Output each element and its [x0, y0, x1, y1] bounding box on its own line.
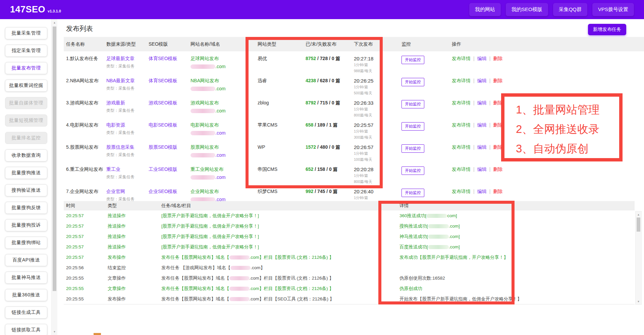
source-type-label: 类型：采集任务	[106, 86, 149, 91]
blurred-domain	[428, 245, 449, 249]
sidebar-item[interactable]: 批量搜狗投诉	[5, 219, 47, 231]
top-nav-button[interactable]: 我的网站	[469, 3, 501, 16]
edit-link[interactable]: 编辑	[477, 100, 487, 105]
seo-template-link[interactable]: 股票SEO模版	[149, 144, 177, 150]
seo-template-link[interactable]: 电影SEO模板	[149, 122, 177, 128]
sidebar-item[interactable]: 批量搜狗推送	[5, 167, 47, 179]
bottom-artifact	[94, 333, 101, 335]
delete-link[interactable]: 删除	[493, 78, 502, 83]
blurred-domain	[191, 131, 215, 135]
sidebar-scroll-thumb[interactable]	[53, 27, 56, 291]
start-monitor-button[interactable]: 开始监控	[401, 122, 424, 131]
publish-detail-link[interactable]: 发布详情	[452, 78, 471, 83]
log-time: 20:25:55	[66, 276, 108, 281]
scroll-down-icon[interactable]: ▼	[636, 299, 641, 304]
site-name-link[interactable]: 电影网站发布	[191, 122, 258, 128]
start-monitor-button[interactable]: 开始监控	[401, 166, 424, 175]
separator: |	[473, 56, 475, 61]
scroll-down-icon[interactable]: ▼	[52, 329, 57, 334]
publish-detail-link[interactable]: 发布详情	[452, 189, 471, 194]
next-publish-time: 20:26:57	[354, 144, 401, 150]
separator: |	[489, 100, 491, 105]
sidebar-item[interactable]: 批量短视频管理	[5, 114, 47, 127]
blurred-domain	[229, 255, 250, 259]
sidebar-item[interactable]: 批量360推送	[5, 289, 47, 301]
sidebar-item[interactable]: 指定采集管理	[5, 45, 47, 57]
publish-detail-link[interactable]: 发布详情	[452, 166, 471, 172]
source-link[interactable]: 重工业	[106, 166, 149, 173]
source-link[interactable]: 股票信息采集	[106, 144, 149, 150]
site-name-link[interactable]: 企业网站发布	[191, 189, 258, 195]
published-count: 4238	[306, 78, 316, 83]
sidebar-item[interactable]: 批量发布管理	[5, 62, 47, 74]
separator: |	[473, 189, 475, 194]
source-link[interactable]: NBA最新文章	[106, 78, 149, 84]
sidebar-item[interactable]: 链接生成工具	[5, 306, 47, 319]
separator: |	[489, 166, 491, 172]
start-monitor-button[interactable]: 开始监控	[401, 56, 424, 64]
sidebar-item[interactable]: 搜狗验证推送	[5, 184, 47, 196]
log-scroll-thumb[interactable]	[637, 218, 640, 232]
top-nav-button[interactable]: 我的SEO模版	[506, 3, 548, 16]
log-time: 20:25:57	[66, 255, 108, 260]
seo-template-link[interactable]: 体育SEO模板	[149, 78, 177, 83]
sidebar-item[interactable]: 链接抓取工具	[5, 324, 47, 335]
seo-template-link[interactable]: 企业SEO模板	[149, 189, 177, 194]
publish-detail-link[interactable]: 发布详情	[452, 56, 471, 61]
seo-template-link[interactable]: 游戏SEO模板	[149, 100, 177, 105]
sidebar-scrollbar[interactable]: ▲ ▼	[51, 19, 57, 335]
log-scrollbar[interactable]: ▲ ▼	[635, 211, 642, 305]
site-name-link[interactable]: 游戏网站发布	[191, 100, 258, 106]
delete-link[interactable]: 删除	[493, 166, 502, 172]
top-nav-button[interactable]: VPS拨号设置	[592, 3, 634, 16]
sidebar-item[interactable]: 百度API推送	[5, 254, 47, 266]
publish-detail-link[interactable]: 发布详情	[452, 144, 471, 150]
log-type: 推送操作	[108, 244, 161, 250]
edit-link[interactable]: 编辑	[477, 78, 487, 83]
site-name-link[interactable]: 足球网站发布	[191, 56, 258, 62]
blurred-domain	[426, 214, 447, 218]
sidebar-item[interactable]: 批量权重词挖掘	[5, 80, 47, 92]
source-link[interactable]: 足球最新文章	[106, 56, 149, 62]
start-monitor-button[interactable]: 开始监控	[401, 78, 424, 86]
column-header: 监控	[401, 41, 452, 47]
scroll-up-icon[interactable]: ▲	[52, 20, 57, 25]
seo-template-link[interactable]: 体育SEO模板	[149, 56, 177, 61]
edit-link[interactable]: 编辑	[477, 166, 487, 172]
publish-detail-link[interactable]: 发布详情	[452, 122, 471, 128]
column-header: 已/未/失败发布	[306, 41, 354, 47]
start-monitor-button[interactable]: 开始监控	[401, 189, 424, 197]
start-monitor-button[interactable]: 开始监控	[401, 144, 424, 153]
edit-link[interactable]: 编辑	[477, 189, 487, 194]
sidebar-item[interactable]: 批量搜狗反馈	[5, 202, 47, 214]
site-domain: .com	[191, 64, 258, 69]
site-name-link[interactable]: 股票网站发布	[191, 144, 258, 150]
site-domain: .com	[191, 152, 258, 158]
source-link[interactable]: 游戏最新	[106, 100, 149, 106]
site-type: 帝国CMS	[258, 166, 306, 184]
start-monitor-button[interactable]: 开始监控	[401, 100, 424, 108]
site-name-link[interactable]: NBA网站发布	[191, 78, 258, 84]
scroll-up-icon[interactable]: ▲	[636, 212, 641, 217]
published-count: 8792	[306, 100, 316, 105]
separator: |	[473, 166, 475, 172]
edit-link[interactable]: 编辑	[477, 56, 487, 61]
sidebar-item[interactable]: 批量神马推送	[5, 272, 47, 284]
source-link[interactable]: 企业官网	[106, 189, 149, 195]
publish-detail-link[interactable]: 发布详情	[452, 100, 471, 105]
edit-link[interactable]: 编辑	[477, 122, 487, 128]
source-link[interactable]: 电影资源	[106, 122, 149, 128]
add-publish-task-button[interactable]: 新增发布任务	[588, 24, 626, 35]
edit-link[interactable]: 编辑	[477, 144, 487, 150]
sidebar-item[interactable]: 收录数据查询	[5, 149, 47, 161]
top-nav-button[interactable]: 采集QQ群	[553, 3, 587, 16]
sidebar-item[interactable]: 批量排名监控	[5, 132, 47, 144]
sidebar-item[interactable]: 批量搜狗绑站	[5, 237, 47, 249]
seo-template-link[interactable]: 工业SEO模版	[149, 166, 177, 172]
site-name-link[interactable]: 重工业网站发布	[191, 166, 258, 173]
sidebar-item[interactable]: 批量自媒体管理	[5, 97, 47, 109]
sidebar-item[interactable]: 批量采集管理	[5, 27, 47, 39]
delete-link[interactable]: 删除	[493, 189, 502, 194]
pending-failed-count: / 480 / 0 篇	[316, 144, 340, 150]
delete-link[interactable]: 删除	[493, 56, 502, 61]
